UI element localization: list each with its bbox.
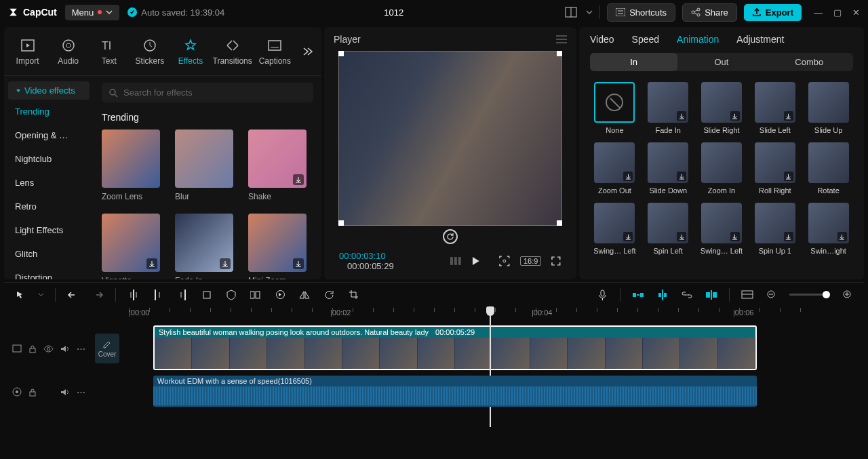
animation-slide-right[interactable]: Slide Right xyxy=(698,82,745,134)
tab-import[interactable]: Import xyxy=(12,37,43,66)
minimize-icon[interactable]: — xyxy=(814,7,823,18)
download-icon[interactable] xyxy=(677,232,686,241)
animation-swing-left[interactable]: Swing… Left xyxy=(591,203,638,255)
resize-handle[interactable] xyxy=(338,51,344,56)
zoom-out-icon[interactable] xyxy=(765,288,778,302)
crop2-icon[interactable] xyxy=(347,288,360,302)
download-icon[interactable] xyxy=(730,232,740,241)
download-icon[interactable] xyxy=(623,172,633,181)
download-icon[interactable] xyxy=(784,172,793,181)
download-icon[interactable] xyxy=(623,232,633,241)
volume-icon[interactable] xyxy=(60,344,70,353)
crop-icon[interactable] xyxy=(200,288,214,302)
download-icon[interactable] xyxy=(784,232,793,241)
zoom-in-icon[interactable] xyxy=(841,288,854,302)
right-tab-animation[interactable]: Animation xyxy=(677,34,719,45)
animation-zoom-in[interactable]: Zoom In xyxy=(698,142,745,195)
tab-text[interactable]: TIText xyxy=(94,37,124,66)
volume-icon[interactable] xyxy=(60,388,70,397)
audio-track-icon[interactable] xyxy=(12,387,22,397)
mic-icon[interactable] xyxy=(595,288,609,302)
download-icon[interactable] xyxy=(784,111,793,121)
download-icon[interactable] xyxy=(293,258,304,269)
magnet-icon[interactable] xyxy=(631,288,645,302)
selection-tool-icon[interactable] xyxy=(14,288,27,302)
sidebar-item-retro[interactable]: Retro xyxy=(8,195,90,218)
search-input[interactable]: Search for effects xyxy=(102,83,313,102)
sidebar-item-opening-[interactable]: Opening & … xyxy=(8,123,90,147)
lock-icon[interactable] xyxy=(28,388,37,397)
sidebar-item-lens[interactable]: Lens xyxy=(8,171,90,195)
preview-cut-icon[interactable] xyxy=(705,288,718,302)
animation-fade-in[interactable]: Fade In xyxy=(645,82,692,134)
animation-roll-right[interactable]: Roll Right xyxy=(751,142,798,195)
audio-track-area[interactable]: Workout EDM with a sense of speed(101650… xyxy=(123,373,864,411)
maximize-icon[interactable]: ▢ xyxy=(833,7,842,18)
resize-handle[interactable] xyxy=(338,220,344,226)
layout-icon[interactable] xyxy=(563,5,579,20)
zoom-slider[interactable] xyxy=(789,294,830,296)
more-icon[interactable]: ⋯ xyxy=(77,344,85,354)
timeline-ruler[interactable]: |00:00|00:02|00:04|00:06 xyxy=(96,306,864,321)
hamburger-icon[interactable] xyxy=(556,35,567,44)
animation-rotate[interactable]: Rotate xyxy=(805,142,852,195)
more-tabs-icon[interactable] xyxy=(301,47,313,56)
download-icon[interactable] xyxy=(293,174,304,185)
tab-audio[interactable]: Audio xyxy=(53,37,83,66)
animation-spin-left[interactable]: Spin Left xyxy=(645,203,692,255)
effect-mini-zoom[interactable]: Mini Zoom xyxy=(248,214,313,279)
animation-spin-up-[interactable]: Spin Up 1 xyxy=(751,203,798,255)
right-tab-video[interactable]: Video xyxy=(590,34,614,45)
sub-tab-combo[interactable]: Combo xyxy=(766,53,853,71)
animation-swin-ight[interactable]: Swin…ight xyxy=(805,203,852,255)
sidebar-item-trending[interactable]: Trending xyxy=(8,100,90,123)
frames-icon[interactable] xyxy=(249,288,262,302)
download-icon[interactable] xyxy=(220,258,231,269)
eye-icon[interactable] xyxy=(43,345,54,353)
effect-blur[interactable]: Blur xyxy=(175,129,240,201)
resize-handle[interactable] xyxy=(557,220,562,226)
download-icon[interactable] xyxy=(677,111,686,121)
export-button[interactable]: Export xyxy=(744,4,802,21)
chevron-down-icon[interactable] xyxy=(586,9,593,16)
chevron-down-icon[interactable] xyxy=(38,292,44,298)
effect-vignette[interactable]: Vignette xyxy=(102,214,167,279)
right-tab-speed[interactable]: Speed xyxy=(632,34,659,45)
mask-icon[interactable] xyxy=(224,288,238,302)
refresh-icon[interactable] xyxy=(443,229,458,244)
fullscreen-icon[interactable] xyxy=(551,256,561,266)
effect-shake[interactable]: Shake xyxy=(248,129,313,201)
download-icon[interactable] xyxy=(677,172,686,181)
aspect-ratio[interactable]: 16:9 xyxy=(520,256,541,266)
sidebar-item-nightclub[interactable]: Nightclub xyxy=(8,147,90,171)
effect-fade-in[interactable]: Fade In xyxy=(175,214,240,279)
animation-swing-left[interactable]: Swing… Left xyxy=(698,203,745,255)
lock-icon[interactable] xyxy=(28,344,37,353)
more-icon[interactable]: ⋯ xyxy=(77,387,85,397)
sidebar-item-distortion[interactable]: Distortion xyxy=(8,266,90,279)
tab-effects[interactable]: Effects xyxy=(176,37,206,66)
animation-zoom-out[interactable]: Zoom Out xyxy=(591,142,638,195)
sub-tab-out[interactable]: Out xyxy=(677,53,765,71)
sub-tab-in[interactable]: In xyxy=(590,53,677,71)
link-icon[interactable] xyxy=(680,288,694,302)
download-icon[interactable] xyxy=(730,111,740,121)
download-icon[interactable] xyxy=(837,232,847,241)
tab-stickers[interactable]: Stickers xyxy=(134,37,165,66)
menu-button[interactable]: Menu xyxy=(65,5,120,20)
scan-icon[interactable] xyxy=(498,255,511,267)
mirror-icon[interactable] xyxy=(298,288,311,302)
close-icon[interactable]: ✕ xyxy=(852,7,860,18)
video-clip[interactable]: Stylish beautiful woman walking posing l… xyxy=(153,325,757,370)
video-track-area[interactable]: Stylish beautiful woman walking posing l… xyxy=(123,324,864,373)
delete-right-icon[interactable] xyxy=(176,288,189,302)
sidebar-item-glitch[interactable]: Glitch xyxy=(8,242,90,266)
cover-button[interactable]: Cover xyxy=(95,334,119,363)
animation-none[interactable]: None xyxy=(591,82,638,134)
redo-icon[interactable] xyxy=(91,288,104,302)
right-tab-adjustment[interactable]: Adjustment xyxy=(736,34,784,45)
undo-icon[interactable] xyxy=(66,288,80,302)
film-icon[interactable] xyxy=(12,344,22,353)
download-icon[interactable] xyxy=(146,258,157,269)
shortcuts-button[interactable]: Shortcuts xyxy=(607,3,675,22)
